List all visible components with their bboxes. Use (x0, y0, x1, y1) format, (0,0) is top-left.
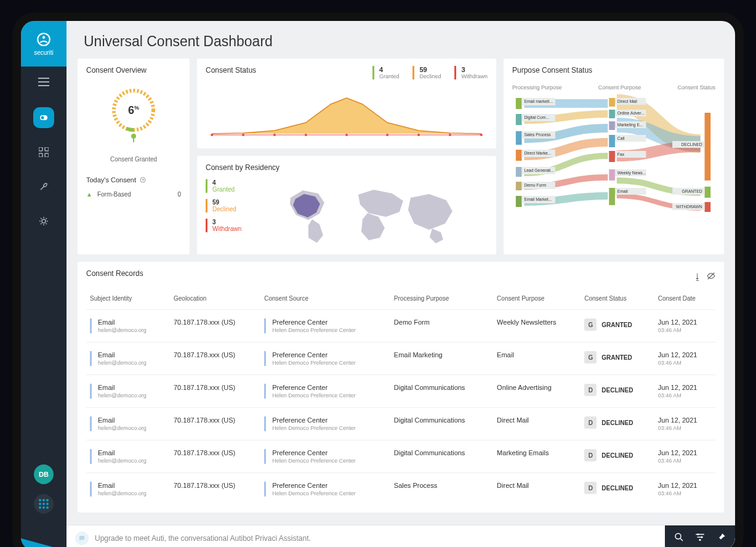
cell-proc: Digital Communications (390, 375, 493, 408)
svg-point-19 (386, 134, 388, 136)
securiti-icon (36, 31, 52, 47)
nav-settings-icon[interactable] (33, 211, 54, 232)
cell-proc: Email Marketing (390, 342, 493, 375)
svg-rect-38 (516, 182, 522, 190)
cell-proc: Digital Communications (390, 440, 493, 473)
svg-rect-44 (609, 98, 615, 107)
cell-identity: Email (98, 449, 115, 456)
svg-text:Demo Form: Demo Form (524, 183, 546, 187)
records-title: Consent Records (86, 269, 143, 278)
footer-bar: Upgrade to meet Auti, the conversational… (66, 525, 735, 547)
records-table: Subject Identity Geolocation Consent Sou… (86, 290, 715, 505)
svg-point-3 (41, 116, 44, 120)
filters-icon[interactable] (694, 532, 706, 545)
svg-rect-68 (705, 187, 711, 198)
consent-residency-card: Consent by Residency 4Granted 59Declined… (197, 156, 496, 254)
svg-point-15 (242, 134, 244, 136)
chat-icon (75, 532, 89, 545)
svg-rect-29 (516, 131, 522, 145)
svg-text:Lead Generati...: Lead Generati... (524, 168, 554, 172)
menu-toggle-icon[interactable] (38, 78, 49, 89)
cell-geo: 70.187.178.xxx (US) (170, 310, 260, 342)
svg-point-21 (449, 134, 451, 136)
device-frame: securiti DB Universal (12, 12, 744, 547)
pin-icon[interactable] (715, 532, 726, 545)
svg-point-17 (305, 134, 307, 136)
today-metric-label: Form-Based (97, 191, 178, 198)
cell-source: Preference Center (272, 449, 328, 456)
stat-withdrawn: 3Withdrawn (454, 66, 488, 79)
th-identity[interactable]: Subject Identity (86, 290, 170, 310)
consent-overview-card: Consent Overview 6% Consent Granted (78, 59, 190, 254)
svg-text:Sales Process: Sales Process (524, 132, 551, 137)
gauge-caption: Consent Granted (110, 156, 157, 163)
stat-declined: 59Declined (412, 66, 441, 79)
avatar[interactable]: DB (34, 464, 54, 484)
cell-date: Jun 12, 2021 (658, 482, 698, 489)
th-date[interactable]: Consent Date (654, 290, 715, 310)
table-row[interactable]: Emailhelen@democo.org70.187.178.xxx (US)… (86, 473, 715, 506)
svg-rect-71 (705, 202, 711, 212)
svg-rect-4 (39, 147, 42, 151)
svg-rect-59 (609, 169, 615, 180)
svg-rect-32 (516, 150, 522, 161)
nav-consent-icon[interactable] (33, 107, 54, 128)
footer-message[interactable]: Upgrade to meet Auti, the conversational… (75, 532, 659, 545)
cell-source: Preference Center (272, 384, 328, 391)
svg-point-77 (701, 536, 703, 538)
th-cp[interactable]: Consent Purpose (493, 290, 581, 310)
svg-point-16 (273, 134, 276, 136)
residency-title: Consent by Residency (206, 163, 488, 172)
status-chart (206, 86, 488, 141)
cell-cp: Weekly Newsletters (493, 310, 581, 342)
svg-text:Direct Mail: Direct Mail (617, 99, 637, 103)
table-row[interactable]: Emailhelen@democo.org70.187.178.xxx (US)… (86, 440, 715, 473)
today-metric-value: 0 (177, 191, 181, 198)
svg-rect-23 (516, 98, 522, 109)
gauge: 6% Consent Granted (86, 84, 181, 163)
apps-icon[interactable] (34, 494, 54, 514)
nav-tools-icon[interactable] (33, 176, 54, 197)
brand-logo[interactable]: securiti (21, 21, 66, 67)
th-proc[interactable]: Processing Purpose (390, 290, 493, 310)
svg-text:Direct Marke...: Direct Marke... (524, 151, 551, 155)
cell-source: Preference Center (272, 416, 328, 424)
th-status[interactable]: Consent Status (581, 290, 654, 310)
gauge-percent: 6 (128, 104, 134, 116)
svg-point-22 (480, 134, 483, 136)
svg-text:WITHDRAWN: WITHDRAWN (676, 205, 702, 209)
svg-rect-65 (705, 113, 711, 180)
th-source[interactable]: Consent Source (260, 290, 390, 310)
status-badge: GGRANTED (584, 318, 632, 331)
main: Universal Consent Dashboard Consent Over… (66, 21, 735, 547)
status-badge: DDECLINED (584, 482, 633, 494)
status-badge: DDECLINED (584, 449, 633, 461)
status-badge: GGRANTED (584, 351, 632, 363)
cell-geo: 70.187.178.xxx (US) (170, 473, 260, 506)
cell-identity: Email (98, 351, 115, 359)
table-row[interactable]: Emailhelen@democo.org70.187.178.xxx (US)… (86, 310, 715, 342)
table-row[interactable]: Emailhelen@democo.org70.187.178.xxx (US)… (86, 408, 715, 440)
cell-proc: Sales Process (390, 473, 493, 506)
nav-dashboard-icon[interactable] (33, 142, 54, 163)
cell-identity: Email (98, 384, 115, 391)
svg-point-0 (38, 33, 50, 46)
th-geo[interactable]: Geolocation (170, 290, 260, 310)
download-icon[interactable]: ⭳ (693, 272, 702, 282)
svg-text:Weekly News...: Weekly News... (617, 171, 646, 176)
svg-point-1 (42, 36, 45, 39)
search-icon[interactable] (674, 532, 685, 545)
hide-icon[interactable] (707, 272, 715, 282)
svg-point-76 (698, 533, 699, 535)
svg-text:Fax: Fax (617, 152, 625, 156)
cell-identity: Email (98, 318, 115, 326)
svg-text:Marketing E...: Marketing E... (617, 123, 643, 128)
stat-granted: 4Granted (372, 66, 400, 79)
svg-rect-5 (45, 147, 49, 151)
cell-geo: 70.187.178.xxx (US) (170, 375, 260, 408)
svg-point-18 (345, 134, 348, 136)
table-row[interactable]: Emailhelen@democo.org70.187.178.xxx (US)… (86, 342, 715, 375)
cell-source: Preference Center (272, 318, 328, 326)
table-row[interactable]: Emailhelen@democo.org70.187.178.xxx (US)… (86, 375, 715, 408)
svg-rect-47 (609, 110, 615, 118)
